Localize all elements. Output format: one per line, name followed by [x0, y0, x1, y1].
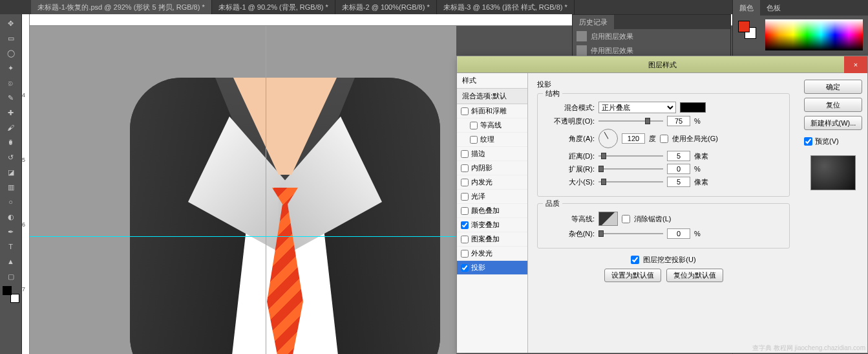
knockout-checkbox[interactable]	[631, 256, 639, 264]
style-label: 描边	[471, 149, 485, 159]
history-brush-icon[interactable]: ↺	[4, 151, 18, 164]
unit-label: %	[694, 165, 701, 173]
panel-fg-color-icon[interactable]	[738, 21, 750, 32]
style-item-contour[interactable]: 等高线	[457, 118, 527, 133]
artwork-suit-icon	[130, 78, 440, 354]
angle-input[interactable]: 120	[622, 133, 645, 144]
style-item-color-overlay[interactable]: 颜色叠加	[457, 204, 527, 218]
guide-horizontal[interactable]	[30, 236, 456, 237]
style-checkbox[interactable]	[470, 122, 478, 129]
wand-tool-icon[interactable]: ✦	[4, 61, 18, 74]
style-label: 纹理	[480, 135, 494, 144]
fieldset-legend: 品质	[543, 199, 562, 208]
spread-slider[interactable]	[598, 164, 663, 173]
style-item-inner-glow[interactable]: 内发光	[457, 175, 527, 190]
style-item-outer-glow[interactable]: 外发光	[457, 247, 527, 261]
cancel-button[interactable]: 复位	[804, 98, 862, 112]
ruler-tick: 5	[22, 157, 25, 163]
reset-default-button[interactable]: 复位为默认值	[666, 269, 723, 282]
ok-button[interactable]: 确定	[804, 80, 862, 94]
angle-dial[interactable]	[598, 129, 618, 148]
history-label: 启用图层效果	[591, 32, 633, 41]
guide-vertical[interactable]	[266, 26, 266, 354]
document-tab[interactable]: 未标题-1 @ 90.2% (背景, RGB/8) *	[212, 0, 335, 14]
style-checkbox[interactable]	[461, 193, 469, 201]
style-item-bevel[interactable]: 斜面和浮雕	[457, 104, 527, 118]
background-color-icon[interactable]	[10, 294, 19, 303]
noise-slider[interactable]	[598, 229, 663, 238]
distance-input[interactable]: 5	[667, 151, 690, 161]
distance-slider[interactable]	[598, 151, 663, 160]
move-tool-icon[interactable]: ✥	[4, 17, 18, 30]
history-tab[interactable]: 历史记录	[573, 15, 614, 29]
blend-mode-select[interactable]: 正片叠底	[598, 102, 676, 113]
close-button[interactable]: ×	[844, 56, 867, 73]
stamp-tool-icon[interactable]: ⧯	[4, 136, 18, 149]
style-checkbox[interactable]	[461, 236, 469, 243]
preview-checkbox[interactable]	[804, 137, 812, 146]
style-item-satin[interactable]: 光泽	[457, 190, 527, 204]
vertical-ruler: 4 5 6 7	[22, 14, 30, 354]
style-checkbox[interactable]	[470, 136, 478, 144]
panel-color-swatch[interactable]	[738, 21, 756, 39]
blend-options-item[interactable]: 混合选项:默认	[457, 89, 527, 104]
spread-input[interactable]: 0	[667, 164, 690, 174]
history-row[interactable]: 启用图层效果	[573, 29, 730, 43]
shadow-color-swatch[interactable]	[680, 102, 706, 113]
style-checkbox[interactable]	[461, 221, 469, 229]
brush-tool-icon[interactable]: 🖌	[4, 121, 18, 134]
noise-input[interactable]: 0	[667, 228, 690, 239]
angle-label: 角度(A):	[544, 134, 595, 144]
style-checkbox[interactable]	[461, 150, 469, 158]
style-label: 斜面和浮雕	[471, 106, 507, 116]
color-swatches[interactable]	[3, 286, 19, 303]
size-input[interactable]: 5	[667, 177, 690, 187]
style-item-texture[interactable]: 纹理	[457, 133, 527, 147]
foreground-color-icon[interactable]	[3, 286, 12, 295]
swatches-tab[interactable]: 色板	[760, 0, 787, 16]
opacity-input[interactable]: 75	[667, 116, 690, 126]
marquee-tool-icon[interactable]: ▭	[4, 32, 18, 45]
new-style-button[interactable]: 新建样式(W)...	[804, 116, 862, 130]
make-default-button[interactable]: 设置为默认值	[604, 269, 661, 282]
style-item-drop-shadow[interactable]: 投影	[457, 261, 527, 275]
opacity-slider[interactable]	[598, 116, 663, 126]
style-checkbox[interactable]	[461, 107, 469, 115]
lasso-tool-icon[interactable]: ◯	[4, 47, 18, 60]
gradient-tool-icon[interactable]: ▥	[4, 181, 18, 194]
global-light-checkbox[interactable]	[660, 135, 668, 143]
canvas[interactable]	[30, 26, 456, 354]
eraser-tool-icon[interactable]: ◪	[4, 166, 18, 179]
style-checkbox[interactable]	[461, 179, 469, 186]
style-checkbox[interactable]	[461, 264, 469, 272]
shape-tool-icon[interactable]: ▢	[4, 270, 18, 283]
eyedropper-tool-icon[interactable]: ✎	[4, 91, 18, 104]
document-tab[interactable]: 未标题-3 @ 163% (路径 样式, RGB/8) *	[437, 0, 575, 14]
style-item-pattern-overlay[interactable]: 图案叠加	[457, 232, 527, 247]
crop-tool-icon[interactable]: ⟄	[4, 76, 18, 89]
style-checkbox[interactable]	[461, 164, 469, 172]
document-tab[interactable]: 未标题-2 @ 100%(RGB/8) *	[335, 0, 437, 14]
ruler-tick: 6	[22, 221, 25, 228]
style-checkbox[interactable]	[461, 207, 469, 215]
knockout-label: 图层挖空投影(U)	[643, 255, 695, 265]
heal-tool-icon[interactable]: ✚	[4, 106, 18, 119]
type-tool-icon[interactable]: T	[4, 240, 18, 253]
blur-tool-icon[interactable]: ○	[4, 195, 18, 208]
history-state-icon	[577, 45, 587, 56]
size-slider[interactable]	[598, 177, 663, 186]
color-tab[interactable]: 颜色	[733, 0, 760, 16]
document-tab[interactable]: 未标题-1-恢复的.psd @ 292% (形状 5 拷贝, RGB/8) *	[31, 0, 212, 14]
color-spectrum[interactable]	[765, 19, 863, 50]
style-item-stroke[interactable]: 描边	[457, 147, 527, 161]
unit-label: 像素	[694, 177, 708, 187]
pen-tool-icon[interactable]: ✒	[4, 225, 18, 238]
path-select-icon[interactable]: ▲	[4, 255, 18, 268]
style-item-inner-shadow[interactable]: 内阴影	[457, 161, 527, 175]
style-checkbox[interactable]	[461, 250, 469, 258]
style-item-gradient-overlay[interactable]: 渐变叠加	[457, 218, 527, 232]
contour-picker[interactable]	[598, 212, 618, 226]
antialias-checkbox[interactable]	[622, 215, 630, 223]
dodge-tool-icon[interactable]: ◐	[4, 210, 18, 223]
styles-header[interactable]: 样式	[457, 73, 527, 89]
